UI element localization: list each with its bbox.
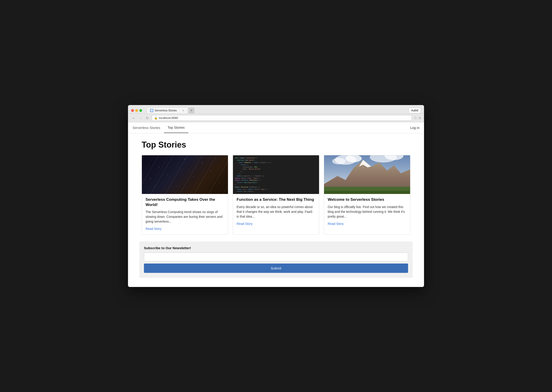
card-body: Function as a Service: The Next Big Thin…: [233, 194, 319, 229]
address-text: localhost:8080: [159, 116, 409, 119]
maximize-button[interactable]: [139, 109, 142, 112]
newsletter-submit-button[interactable]: Submit: [144, 264, 408, 273]
story-excerpt: Every decade or so, an idea so powerful …: [237, 205, 315, 219]
app-brand[interactable]: Serverless Stories: [132, 123, 164, 133]
address-bar[interactable]: 🔒 localhost:8080: [152, 115, 412, 121]
svg-text:S: S: [151, 110, 152, 112]
svg-point-5: [332, 158, 345, 164]
read-story-link[interactable]: Read Story: [328, 222, 344, 225]
story-card-faas: <div class="container"> <section id="mai…: [233, 155, 319, 234]
read-story-link[interactable]: Read Story: [237, 222, 253, 225]
story-headline: Welcome to Serverless Stories: [328, 197, 407, 202]
auth0-button[interactable]: Auth0: [409, 108, 421, 113]
story-image-stars: [142, 155, 228, 194]
page-title: Top Stories: [142, 140, 410, 150]
browser-tab[interactable]: S Serverless Stories ×: [147, 107, 188, 113]
stories-grid: Serverless Computing Takes Over the Worl…: [142, 155, 410, 234]
tab-close-button[interactable]: ×: [182, 109, 184, 112]
newsletter-email-input[interactable]: [144, 253, 408, 261]
menu-icon[interactable]: ≡: [419, 116, 421, 120]
browser-titlebar: S Serverless Stories × + Auth0: [128, 105, 424, 114]
tab-bar: S Serverless Stories × +: [147, 107, 407, 113]
card-body: Serverless Computing Takes Over the Worl…: [142, 194, 228, 234]
story-headline: Serverless Computing Takes Over the Worl…: [145, 197, 224, 207]
nav-link-top-stories[interactable]: Top Stories: [164, 122, 188, 133]
close-button[interactable]: [131, 109, 134, 112]
app-nav: Serverless Stories Top Stories Log in: [128, 122, 424, 133]
story-image-mountain: [324, 155, 410, 194]
story-excerpt: Our blog is officially live. Find out ho…: [328, 205, 407, 219]
traffic-lights: [131, 109, 142, 112]
main-content: Top Stories Serverless Computing Takes O…: [128, 133, 424, 287]
story-card-welcome: Welcome to Serverless Stories Our blog i…: [324, 155, 410, 234]
card-body: Welcome to Serverless Stories Our blog i…: [324, 194, 410, 229]
lock-icon: 🔒: [154, 116, 158, 119]
story-excerpt: The Serverless Computing trend shows no …: [145, 210, 224, 224]
tab-favicon: S: [150, 109, 153, 112]
new-tab-button[interactable]: +: [189, 108, 195, 113]
login-button[interactable]: Log in: [410, 126, 420, 130]
back-button[interactable]: ←: [131, 116, 136, 120]
story-image-code: <div class="container"> <section id="mai…: [233, 155, 319, 194]
forward-button[interactable]: →: [138, 116, 143, 120]
story-card-serverless-computing: Serverless Computing Takes Over the Worl…: [142, 155, 228, 234]
browser-window: S Serverless Stories × + Auth0 ← → ↻ 🔒 l…: [128, 105, 424, 287]
reload-button[interactable]: ↻: [145, 116, 150, 120]
browser-addressbar: ← → ↻ 🔒 localhost:8080 ☆ ≡: [128, 114, 424, 122]
read-story-link[interactable]: Read Story: [145, 227, 161, 231]
svg-rect-11: [324, 191, 410, 194]
newsletter-section: Subscribe to Our Newsletter! Submit: [139, 241, 413, 278]
story-headline: Function as a Service: The Next Big Thin…: [237, 197, 315, 202]
newsletter-title: Subscribe to Our Newsletter!: [144, 246, 408, 250]
minimize-button[interactable]: [135, 109, 138, 112]
tab-title: Serverless Stories: [155, 109, 181, 112]
bookmark-icon[interactable]: ☆: [414, 116, 417, 120]
